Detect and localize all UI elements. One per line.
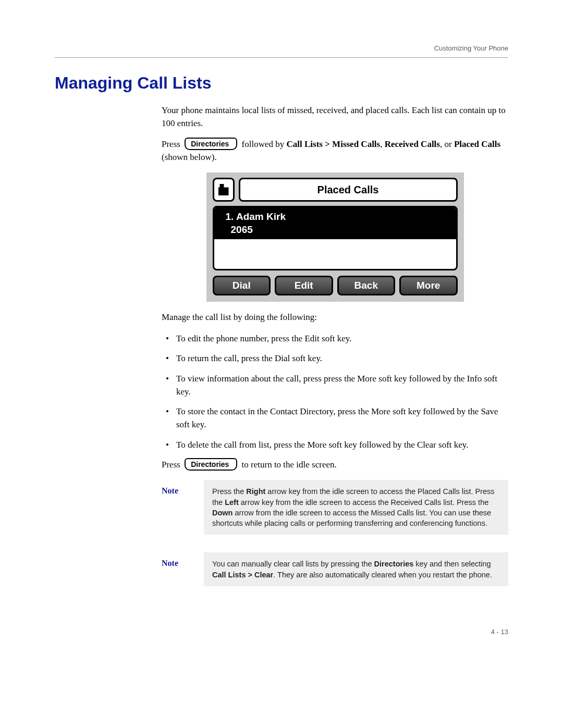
page-number: 4 - 13	[55, 628, 508, 636]
list-item: To delete the call from list, press the …	[162, 439, 508, 452]
instruction-list: To edit the phone number, press the Edit…	[162, 332, 508, 451]
call-list-entry: 1. Adam Kirk 2065	[214, 207, 456, 239]
shown-below: (shown below).	[162, 152, 217, 162]
note-label: Note	[162, 552, 195, 586]
manage-intro: Manage the call list by doing the follow…	[162, 311, 508, 324]
softkey-more[interactable]: More	[399, 276, 458, 295]
softkey-dial[interactable]: Dial	[213, 276, 271, 295]
comma1: ,	[380, 139, 385, 149]
entry-number: 2065	[231, 224, 456, 237]
phone-screen-figure: Placed Calls 1. Adam Kirk 2065 Dial Edit…	[206, 172, 464, 302]
softkey-back[interactable]: Back	[337, 276, 396, 295]
intro-paragraph: Your phone maintains local lists of miss…	[162, 104, 508, 130]
received-bold: Received Calls	[385, 139, 440, 149]
press2-post: to return to the idle screen.	[242, 460, 337, 470]
or-text: , or	[440, 139, 454, 149]
phone-list-icon	[213, 178, 235, 202]
softkey-edit[interactable]: Edit	[275, 276, 333, 295]
path-bold: Call Lists > Missed Calls	[287, 139, 381, 149]
phone-call-list: 1. Adam Kirk 2065	[213, 206, 458, 270]
softkey-row: Dial Edit Back More	[213, 276, 458, 295]
note-label: Note	[162, 480, 195, 535]
press-directories-instruction-1: Press Directories followed by Call Lists…	[162, 138, 508, 164]
directories-key-icon: Directories	[185, 458, 237, 471]
press-word-2: Press	[162, 460, 180, 470]
running-header: Customizing Your Phone	[55, 44, 508, 52]
list-item: To edit the phone number, press the Edit…	[162, 332, 508, 346]
note-body: Press the Right arrow key from the idle …	[204, 480, 508, 535]
list-item: To view information about the call, pres…	[162, 373, 508, 398]
entry-name: 1. Adam Kirk	[226, 211, 456, 224]
press1-post: followed by	[242, 139, 287, 149]
section-title: Managing Call Lists	[55, 73, 508, 93]
press-directories-instruction-2: Press Directories to return to the idle …	[162, 459, 508, 472]
phone-screen-title: Placed Calls	[239, 178, 458, 202]
list-item: To return the call, press the Dial soft …	[162, 352, 508, 365]
list-item: To store the contact in the Contact Dire…	[162, 405, 508, 431]
note-block: NotePress the Right arrow key from the i…	[162, 480, 508, 535]
press-word: Press	[162, 139, 180, 149]
placed-bold: Placed Calls	[454, 139, 500, 149]
note-body: You can manually clear call lists by pre…	[204, 552, 508, 586]
directories-key-icon: Directories	[185, 138, 237, 150]
note-block: NoteYou can manually clear call lists by…	[162, 552, 508, 586]
header-rule	[55, 57, 508, 58]
